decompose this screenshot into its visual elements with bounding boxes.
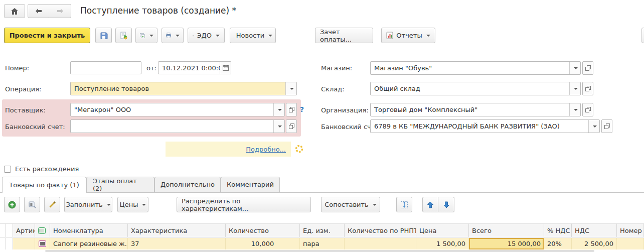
column-header[interactable]: Артик... [13,223,35,237]
column-header[interactable]: % НДС [544,223,572,237]
warehouse-open-button[interactable] [582,82,593,95]
reports-button[interactable]: Отчеты [381,28,435,43]
bank-account-open-button-right[interactable] [601,119,612,133]
payment-offset-button[interactable]: Зачет оплаты... [315,28,373,43]
table-cell[interactable] [0,238,6,249]
operation-select[interactable]: Поступление товаров [70,82,297,95]
store-open-button[interactable] [582,61,593,75]
organization-dropdown-button[interactable] [569,103,580,116]
column-header[interactable]: Всего [469,223,544,237]
column-header[interactable] [0,223,6,237]
copy-icon [139,32,145,40]
bank-account-dropdown-button[interactable] [273,120,284,133]
column-header[interactable] [6,223,13,237]
back-button[interactable] [28,4,50,18]
store-input[interactable]: Магазин "Обувь" [370,61,581,75]
forward-button[interactable] [49,4,71,18]
column-header[interactable]: Характеристика [128,223,226,237]
save-button[interactable] [95,28,112,43]
column-header[interactable]: Номенклатура [50,223,128,237]
column-header[interactable] [35,223,50,237]
copy-button[interactable] [135,28,157,43]
tab-payment-stages[interactable]: Этапы оплат (2) [86,177,154,192]
warehouse-label: Склад: [321,85,345,93]
supplier-dropdown-button[interactable] [273,103,284,116]
move-row-down-button[interactable] [438,197,454,212]
details-link[interactable]: Подробно... [246,146,286,153]
match-dropdown-caret [373,204,377,206]
table-cell[interactable]: 15 000,00 [469,238,544,249]
chevron-down-icon [574,109,578,111]
print-button[interactable] [162,28,184,43]
table-cell[interactable]: Сапоги резиновые ж... [50,238,128,249]
horizontal-scrollbar[interactable] [45,250,594,252]
discrepancies-checkbox[interactable] [4,166,11,173]
column-header[interactable]: НДС [572,223,617,237]
warehouse-dropdown-button[interactable] [569,82,580,95]
table-cell[interactable]: 2 500,00 [572,238,617,249]
column-header[interactable]: Цена [416,223,469,237]
bank-account-dropdown-button-right[interactable] [588,120,599,133]
post-button[interactable] [115,28,132,43]
supplier-open-button[interactable] [286,103,297,116]
column-header[interactable]: Ед. изм. [300,223,345,237]
arrow-up-icon [427,201,434,208]
store-dropdown-button[interactable] [569,62,580,74]
news-button[interactable]: Новости [230,28,276,43]
chevron-down-icon [574,88,578,90]
row-height-toggle-button[interactable] [396,197,412,212]
tabstrip: Товары по факту (1) Этапы оплат (2) Допо… [0,177,644,193]
bank-account-open-button-left[interactable] [286,119,297,133]
table-cell[interactable] [13,238,35,249]
number-input[interactable] [70,61,141,74]
supplier-input[interactable]: "Мегакрон" ООО [70,103,285,116]
tab-comment[interactable]: Комментарий [221,177,280,192]
add-icon [8,201,16,209]
column-header[interactable]: Номер [617,223,644,237]
news-label: Новости [236,32,265,39]
table-cell[interactable]: пара [300,238,345,249]
match-button[interactable]: Сопоставить [321,197,380,212]
busy-spinner [295,145,303,153]
table-cell[interactable] [617,238,644,249]
table-cell[interactable]: 1 500,00 [416,238,469,249]
distribute-by-characteristics-button[interactable]: Распределить по характеристикам... [177,197,311,212]
bank-account-input-right[interactable]: 6789 в КБ "МЕЖДУНАРОДНЫЙ БАНК РАЗВИТИЯ" … [370,119,600,133]
bank-account-label-left: Банковский счет: [5,123,65,131]
table-cell[interactable] [345,238,416,249]
warehouse-input[interactable]: Общий склад [370,82,581,95]
column-header[interactable]: Количество по РНПТ [345,223,416,237]
reports-dropdown-caret [426,35,430,37]
table-cell[interactable]: 10,000 [226,238,300,249]
date-input[interactable]: 10.12.2021 0:00:00 [158,61,231,74]
tab-additional[interactable]: Дополнительно [154,177,221,192]
items-table-header: Артик...НоменклатураХарактеристикаКоличе… [0,223,644,237]
post-and-close-button[interactable]: Провести и закрыть [4,28,90,43]
open-in-form-icon [289,107,294,112]
expand-rows-icon [400,201,408,209]
table-cell[interactable] [6,238,13,249]
table-cell[interactable]: 20% [544,238,572,249]
prices-button[interactable]: Цены [117,197,148,212]
details-info-strip: Подробно... [166,142,291,157]
bank-account-input-left[interactable] [70,119,285,133]
tab-goods-by-fact[interactable]: Товары по факту (1) [2,177,86,193]
supplier-help-link[interactable]: ? [300,105,304,113]
column-header[interactable]: Количество [226,223,300,237]
table-cell[interactable]: 37 [128,238,226,249]
magic-wand-button[interactable] [44,197,60,212]
home-button[interactable] [4,4,25,18]
more-actions-button-partial[interactable] [641,28,644,43]
add-row-button[interactable] [4,197,20,212]
table-row[interactable]: Сапоги резиновые ж...3710,000пара1 500,0… [0,238,644,249]
move-row-up-button[interactable] [422,197,438,212]
organization-open-button[interactable] [582,103,593,116]
discrepancies-label: Есть расхождения [15,165,79,173]
operation-dropdown-button[interactable] [285,82,296,95]
barcode-scanner-button[interactable] [24,197,40,212]
table-cell[interactable] [35,238,50,249]
fill-button[interactable]: Заполнить [64,197,112,212]
calendar-picker-button[interactable] [220,62,231,74]
organization-input[interactable]: Торговый дом "Комплексный" [370,103,581,116]
edo-button[interactable]: ЭДО [188,28,225,43]
